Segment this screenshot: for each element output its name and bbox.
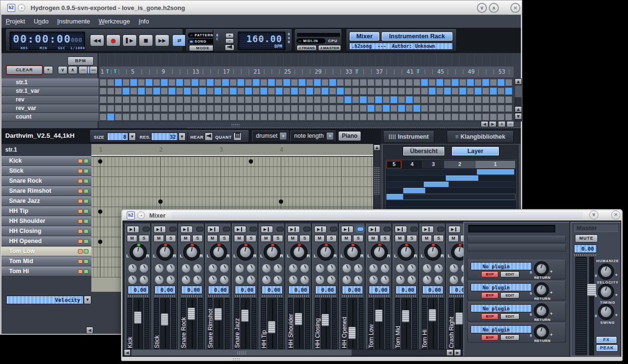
song-grid-cell[interactable] [184, 113, 191, 121]
song-grid-cell[interactable] [138, 79, 145, 86]
fx-send-knob-1[interactable] [369, 264, 378, 273]
song-grid-cell[interactable] [107, 79, 114, 86]
instrument-mute-button[interactable] [78, 259, 83, 264]
strip-mute-button[interactable]: M [368, 235, 378, 242]
strip-pan-knob[interactable] [344, 243, 361, 261]
song-grid-cell[interactable] [237, 96, 244, 103]
loop-button[interactable]: ⇄ [172, 34, 187, 46]
mixer-titlebar[interactable]: h2 Mixer ∨ × [122, 210, 621, 221]
fx-edit-button[interactable]: EDIT [500, 313, 519, 320]
song-grid-cell[interactable] [230, 96, 237, 103]
main-titlebar[interactable]: h2 Hydrogen 0.9.5-svn-exported - love_is… [0, 0, 522, 15]
song-grid-cell[interactable] [260, 105, 267, 112]
song-grid-cell[interactable] [375, 96, 382, 103]
minimize-button[interactable]: ∨ [477, 3, 487, 13]
fx-send-knob-2[interactable] [220, 264, 229, 273]
strip-pan-knob[interactable] [264, 243, 281, 261]
song-grid-cell[interactable] [314, 88, 321, 95]
song-grid-cell[interactable] [306, 88, 313, 95]
song-grid-cell[interactable] [122, 88, 130, 95]
fx-edit-button[interactable]: EDIT [500, 271, 519, 277]
mixer-close-button[interactable]: × [611, 210, 620, 220]
pattern-name-count[interactable]: count [1, 113, 99, 121]
song-grid-cell[interactable] [184, 105, 191, 112]
song-grid-cell[interactable] [237, 88, 244, 95]
instrument-mute-button[interactable] [78, 219, 83, 223]
instrument-mute-button[interactable] [78, 159, 83, 163]
grid-scroll-left-icon[interactable]: ◀ [86, 327, 93, 334]
song-grid-cell[interactable] [298, 113, 306, 121]
song-grid-cell[interactable] [199, 113, 206, 121]
song-grid-cell[interactable] [115, 96, 122, 103]
fx-send-knob-3[interactable] [422, 275, 432, 285]
strip-solo-button[interactable]: S [407, 235, 417, 242]
instrument-row-hh-opened[interactable]: HH Opened [1, 236, 91, 246]
song-grid-cell[interactable] [360, 105, 367, 112]
song-grid-cell[interactable] [383, 96, 390, 103]
fx-send-knob-3[interactable] [208, 275, 218, 285]
strip-play-button[interactable]: ▶ [395, 226, 407, 233]
fx-send-knob-4[interactable] [166, 275, 176, 285]
instrument-row-snare-rimshot[interactable]: Snare Rimshot [1, 186, 91, 196]
fx-send-knob-1[interactable] [128, 264, 137, 273]
song-grid-cell[interactable] [436, 96, 443, 103]
instrument-row-tom-mid[interactable]: Tom Mid [1, 256, 91, 266]
song-grid-cell[interactable] [436, 79, 443, 86]
fx-send-knob-1[interactable] [181, 264, 191, 273]
song-grid-cell[interactable] [145, 105, 153, 112]
instrument-solo-button[interactable] [84, 189, 88, 193]
song-grid-cell[interactable] [490, 88, 497, 95]
song-grid-cell[interactable] [390, 96, 397, 103]
song-grid-cell[interactable] [314, 79, 321, 86]
instrument-mute-button[interactable] [78, 179, 83, 183]
song-grid-cell[interactable] [344, 113, 352, 121]
strip-mute-button[interactable]: M [314, 235, 325, 242]
song-grid-cell[interactable] [230, 88, 237, 95]
song-grid-cell[interactable] [383, 79, 390, 86]
song-grid-cell[interactable] [237, 113, 244, 121]
fx-send-knob-1[interactable] [262, 264, 271, 273]
strip-play-button[interactable]: ▶ [287, 226, 300, 233]
song-grid-cell[interactable] [153, 88, 160, 95]
song-grid-cell[interactable] [383, 113, 390, 121]
song-grid-cell[interactable] [321, 105, 329, 112]
strip-pan-knob[interactable] [130, 243, 147, 261]
song-grid-cell[interactable] [497, 88, 505, 95]
fx-send-knob-2[interactable] [407, 264, 417, 273]
strip-pan-knob[interactable] [210, 243, 227, 261]
note-dot[interactable] [98, 159, 102, 164]
song-grid-cell[interactable] [344, 79, 352, 86]
song-grid-cell[interactable] [505, 105, 512, 112]
instrument-mute-button[interactable] [78, 199, 83, 203]
grid-scroll-up-icon[interactable]: ▲ [374, 144, 380, 151]
song-grid-cell[interactable] [329, 96, 336, 103]
strip-play-button[interactable]: ▶ [421, 226, 434, 233]
song-grid-cell[interactable] [421, 79, 428, 86]
fx-send-knob-2[interactable] [193, 264, 202, 273]
fx-send-knob-1[interactable] [342, 264, 352, 273]
fx-send-knob-1[interactable] [154, 264, 164, 273]
song-grid-cell[interactable] [275, 96, 283, 103]
menu-item-info[interactable]: Info [134, 15, 154, 25]
song-grid-cell[interactable] [191, 96, 198, 103]
song-grid-cell[interactable] [253, 105, 260, 112]
move-down-button[interactable]: ∨ [58, 66, 67, 74]
fx-return-knob[interactable] [534, 324, 549, 340]
strip-solo-button[interactable]: S [273, 235, 283, 242]
song-grid-cell[interactable] [383, 88, 390, 95]
song-grid-cell[interactable] [429, 105, 436, 112]
song-grid-cell[interactable] [436, 113, 443, 121]
instrument-solo-button[interactable] [84, 239, 88, 243]
fader-track[interactable] [348, 298, 357, 350]
window-menu-icon[interactable] [137, 211, 145, 219]
song-grid-cell[interactable] [168, 96, 176, 103]
fx-edit-button[interactable]: EDIT [500, 292, 519, 298]
fx-send-knob-1[interactable] [422, 264, 432, 273]
song-grid-cell[interactable] [145, 79, 153, 86]
song-grid-cell[interactable] [337, 79, 344, 86]
strip-solo-button[interactable]: S [353, 235, 364, 242]
instrument-row-stick[interactable]: Stick [1, 166, 91, 176]
layer-header-4[interactable]: 4 [402, 161, 422, 168]
song-grid-cell[interactable] [505, 113, 512, 121]
instrument-solo-button[interactable] [84, 229, 88, 233]
